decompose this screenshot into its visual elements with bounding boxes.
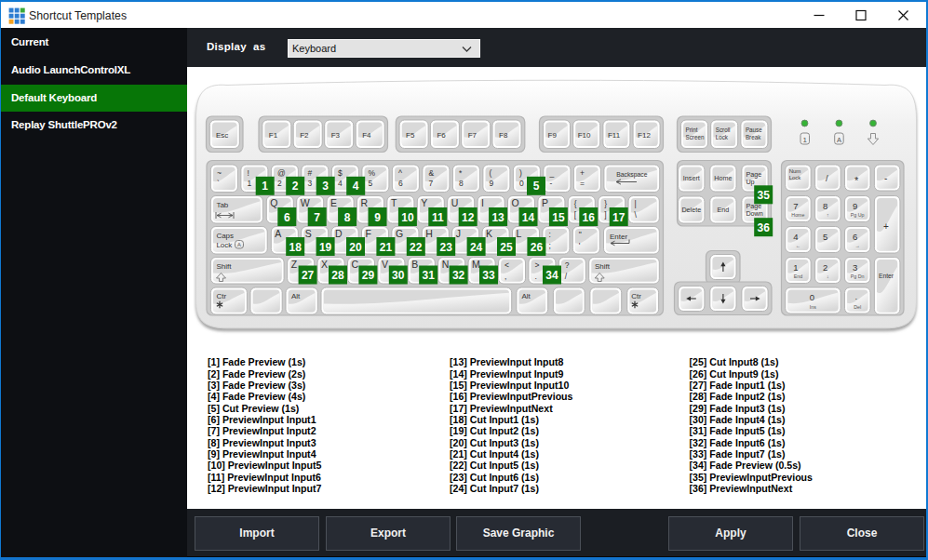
svg-text:Pg Up: Pg Up (851, 212, 865, 218)
svg-text:End: End (794, 273, 802, 279)
svg-text:B: B (411, 259, 418, 270)
svg-text:): ) (519, 168, 522, 178)
svg-text:F7: F7 (468, 131, 477, 140)
svg-text:Lock: Lock (216, 241, 233, 249)
svg-text:_: _ (548, 168, 554, 178)
svg-text:I: I (481, 197, 484, 208)
svg-text:T: T (391, 197, 397, 208)
svg-text:(: ( (489, 168, 491, 178)
svg-text:Enter: Enter (610, 233, 627, 241)
svg-text:↑: ↑ (827, 212, 829, 218)
svg-text:A: A (837, 136, 841, 144)
svg-text:1: 1 (247, 179, 251, 188)
svg-text:2: 2 (823, 262, 827, 273)
svg-text:32: 32 (452, 269, 465, 282)
svg-text:9: 9 (853, 201, 857, 211)
svg-text:Shift: Shift (595, 262, 611, 271)
svg-text:Ins: Ins (810, 304, 816, 310)
svg-text:7: 7 (428, 179, 433, 188)
svg-text:Num: Num (789, 168, 801, 174)
svg-text:28: 28 (331, 269, 344, 282)
svg-text:F1: F1 (269, 131, 278, 140)
svg-text:36: 36 (758, 221, 771, 234)
svg-text:Lock: Lock (716, 134, 729, 140)
svg-text:F12: F12 (638, 131, 651, 140)
svg-text:11: 11 (432, 211, 444, 224)
svg-text:A: A (275, 228, 281, 239)
svg-text:3: 3 (322, 180, 329, 193)
svg-text:6: 6 (398, 179, 403, 188)
svg-text:}: } (604, 199, 607, 208)
svg-text:S: S (305, 228, 312, 239)
svg-text:F9: F9 (548, 131, 558, 140)
svg-text:Shift: Shift (216, 262, 232, 271)
svg-text:F4: F4 (362, 131, 371, 140)
svg-text:<: < (504, 260, 509, 270)
svg-text:0: 0 (810, 292, 814, 302)
svg-text:Home: Home (714, 174, 732, 182)
svg-text:F10: F10 (578, 131, 591, 140)
svg-text:E: E (330, 197, 337, 208)
svg-text:P: P (542, 197, 548, 208)
svg-text:→: → (855, 243, 860, 248)
svg-text:+: + (883, 221, 889, 232)
svg-text:5: 5 (368, 179, 372, 188)
svg-text:D: D (335, 228, 343, 239)
svg-text:Pause: Pause (746, 127, 762, 133)
svg-text:O: O (512, 197, 519, 208)
svg-text:End: End (718, 206, 730, 214)
svg-text:F3: F3 (331, 131, 341, 140)
svg-text:Delete: Delete (681, 206, 701, 214)
svg-text:23: 23 (440, 241, 453, 254)
svg-text:8: 8 (459, 179, 464, 188)
svg-text:Esc: Esc (216, 131, 228, 140)
svg-text:4: 4 (353, 180, 359, 193)
svg-text:|: | (635, 199, 637, 208)
svg-text:G: G (396, 228, 403, 239)
svg-text:^: ^ (398, 168, 402, 178)
svg-text:#: # (307, 168, 312, 178)
svg-text:1: 1 (793, 262, 798, 273)
svg-text:2: 2 (292, 180, 299, 193)
svg-text:Z: Z (291, 259, 298, 270)
svg-text:10: 10 (401, 211, 414, 224)
svg-text:Down: Down (746, 209, 762, 218)
svg-text:&: & (428, 168, 434, 178)
svg-text:6: 6 (853, 232, 857, 242)
svg-text:]: ] (604, 210, 606, 220)
svg-text:15: 15 (552, 211, 565, 224)
svg-text:20: 20 (349, 241, 362, 254)
svg-text:14: 14 (522, 211, 535, 224)
svg-text:J: J (456, 228, 461, 239)
svg-text:*: * (854, 175, 859, 186)
svg-text:←: ← (796, 243, 800, 248)
svg-text:Q: Q (270, 197, 277, 208)
svg-text:27: 27 (302, 269, 315, 282)
svg-text:6: 6 (284, 211, 290, 224)
svg-text:,: , (504, 272, 506, 281)
svg-text:Screen: Screen (686, 134, 705, 140)
svg-text:Home: Home (791, 212, 804, 218)
svg-text:8: 8 (823, 201, 827, 211)
svg-text:`: ` (217, 179, 220, 188)
svg-text:/: / (826, 173, 828, 183)
svg-text:F5: F5 (406, 131, 415, 140)
svg-text:5: 5 (533, 180, 540, 193)
svg-text:2: 2 (277, 179, 282, 188)
svg-text:Alt: Alt (522, 292, 531, 300)
svg-text:↓: ↓ (827, 273, 829, 279)
svg-text:.: . (534, 272, 536, 281)
svg-text:33: 33 (482, 269, 495, 282)
svg-text:Del: Del (854, 304, 861, 310)
svg-text:Ctr: Ctr (216, 292, 226, 300)
svg-text:Scroll: Scroll (716, 127, 731, 133)
svg-text:.: . (855, 291, 858, 301)
svg-text:F8: F8 (499, 131, 508, 140)
svg-text:19: 19 (319, 241, 332, 254)
svg-text:9: 9 (489, 179, 493, 188)
svg-text:9: 9 (374, 211, 381, 224)
svg-text:7: 7 (314, 211, 320, 224)
svg-text:Insert: Insert (683, 174, 700, 182)
svg-text:8: 8 (344, 211, 351, 224)
svg-text:%: % (368, 168, 375, 178)
